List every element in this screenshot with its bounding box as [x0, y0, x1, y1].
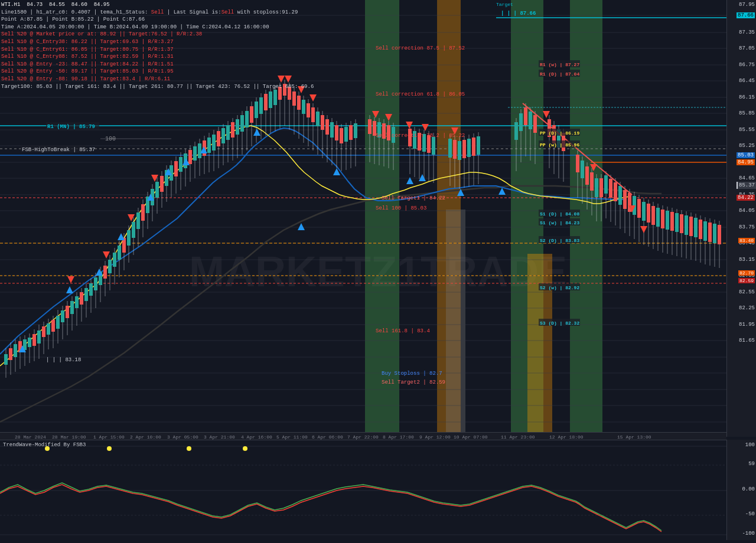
svg-rect-160 [292, 91, 296, 106]
svg-rect-136 [236, 119, 239, 135]
svg-text:Sell correction 38.2 | 85.22: Sell correction 38.2 | 85.22 [376, 133, 465, 139]
svg-rect-42 [14, 344, 17, 357]
svg-rect-166 [307, 103, 310, 117]
svg-rect-216 [458, 141, 461, 160]
svg-text:Sell correction 87.5 | 87.52: Sell correction 87.5 | 87.52 [376, 45, 465, 51]
svg-rect-70 [80, 292, 83, 305]
info-sell6: Sell %20 @ Entry -50: 89.17 || Target:85… [1, 68, 314, 76]
svg-rect-256 [604, 175, 608, 194]
svg-rect-230 [524, 107, 527, 125]
svg-rect-80 [103, 266, 107, 279]
y-axis-osc: 100 59 0.00 -50 -100 [726, 440, 756, 540]
svg-rect-282 [666, 211, 669, 230]
svg-rect-124 [207, 138, 211, 153]
svg-rect-176 [330, 122, 334, 138]
osc-0: 0.00 [742, 487, 755, 492]
svg-marker-335 [590, 164, 597, 171]
info-times: Time A:2024.04.05 20:00:00 | Time B:2024… [1, 24, 314, 31]
svg-text:PP (D) | 86.19: PP (D) | 86.19 [540, 130, 579, 136]
svg-rect-82 [108, 260, 112, 273]
x-label-10: 7 Apr 22:00 [347, 434, 379, 440]
svg-rect-150 [269, 91, 272, 108]
svg-rect-134 [231, 122, 234, 138]
svg-point-380 [187, 446, 191, 451]
svg-rect-220 [467, 139, 471, 157]
svg-marker-328 [309, 94, 317, 102]
svg-point-379 [107, 446, 112, 451]
svg-text:S2 (w) | 82.92: S2 (w) | 82.92 [540, 285, 579, 290]
svg-rect-56 [47, 323, 50, 335]
svg-rect-38 [4, 354, 8, 365]
svg-rect-276 [651, 206, 655, 225]
svg-rect-58 [51, 320, 55, 332]
svg-marker-315 [298, 223, 305, 230]
info-sell3: Sell %10 @ C_Entry61: 86.85 || Target:80… [1, 46, 314, 54]
price-85-55: 85.55 [739, 127, 755, 133]
svg-rect-128 [217, 131, 220, 146]
svg-rect-62 [61, 310, 64, 322]
svg-rect-218 [462, 140, 466, 158]
svg-rect-258 [609, 179, 612, 198]
svg-marker-337 [640, 226, 647, 233]
info-ticker: WTI.H1 84.73 84.55 84.60 84.95 [1, 1, 314, 9]
svg-text:Buy Stoploss | 82.7: Buy Stoploss | 82.7 [382, 371, 442, 377]
svg-text:Sell Target2 | 82.59: Sell Target2 | 82.59 [382, 380, 445, 385]
svg-marker-309 [118, 233, 125, 240]
svg-rect-60 [56, 316, 60, 329]
svg-marker-330 [385, 114, 392, 121]
x-label-8: 5 Apr 11:00 [276, 434, 308, 440]
svg-marker-321 [67, 276, 74, 283]
svg-rect-152 [273, 90, 277, 105]
info-targets: Target100: 85.03 || Target 161: 83.4 || … [1, 83, 314, 91]
x-label-16: 15 Apr 13:00 [617, 434, 651, 440]
x-label-7: 4 Apr 16:00 [241, 434, 272, 440]
price-81-95: 81.95 [739, 322, 755, 328]
svg-point-378 [45, 446, 50, 451]
svg-rect-162 [297, 96, 301, 110]
price-86-75: 86.75 [739, 63, 755, 68]
svg-rect-84 [113, 253, 116, 267]
svg-rect-130 [221, 128, 225, 143]
svg-text:Sell 100 | 85.03: Sell 100 | 85.03 [376, 205, 426, 211]
svg-rect-284 [670, 212, 674, 231]
price-87-95: 87.95 [739, 2, 755, 8]
svg-text:R1 (MN) | 85.79: R1 (MN) | 85.79 [47, 124, 95, 130]
svg-rect-260 [614, 182, 617, 201]
svg-rect-92 [132, 222, 135, 238]
svg-text:PP (w) | 85.96: PP (w) | 85.96 [540, 142, 579, 148]
x-label-6: 3 Apr 21:00 [204, 434, 235, 440]
svg-rect-234 [533, 115, 537, 133]
current-price-indicator: 85.37 [737, 182, 756, 189]
svg-rect-288 [680, 214, 683, 233]
svg-rect-164 [302, 100, 305, 114]
x-label-15: 12 Apr 18:00 [549, 434, 584, 440]
svg-text:S3 (D) | 82.32: S3 (D) | 82.32 [540, 320, 579, 326]
svg-rect-172 [321, 115, 324, 130]
price-82-59: 82.59 [738, 279, 755, 284]
svg-rect-296 [699, 220, 702, 239]
info-sell4: Sell %10 @ C_Entry88: 87.52 || Target:82… [1, 53, 314, 61]
svg-rect-170 [316, 112, 320, 126]
price-81-65: 81.65 [739, 338, 755, 344]
svg-rect-66 [70, 301, 74, 314]
svg-rect-126 [212, 135, 216, 151]
svg-rect-248 [585, 166, 589, 185]
svg-rect-72 [84, 288, 88, 301]
svg-rect-48 [28, 338, 31, 347]
info-sell5: Sell %10 @ Entry -23: 88.47 || Target:84… [1, 61, 314, 68]
svg-rect-94 [136, 212, 140, 229]
price-83-40: 83.40 [738, 238, 755, 244]
svg-text:FSB-HighToBreak | 85.37: FSB-HighToBreak | 85.37 [22, 147, 95, 153]
svg-text:S1 (w) | 84.23: S1 (w) | 84.23 [540, 220, 579, 225]
price-82-25: 82.25 [739, 306, 755, 311]
price-85-25: 85.25 [739, 143, 755, 149]
price-84-65: 84.65 [739, 176, 755, 181]
svg-rect-286 [675, 213, 679, 232]
svg-rect-264 [623, 190, 627, 209]
svg-rect-280 [661, 210, 664, 228]
svg-rect-90 [127, 230, 131, 246]
svg-text:S2 (D) | 83.83: S2 (D) | 83.83 [540, 238, 579, 243]
svg-marker-318 [419, 174, 426, 181]
osc-100: 100 [745, 443, 755, 448]
svg-rect-180 [340, 128, 343, 143]
